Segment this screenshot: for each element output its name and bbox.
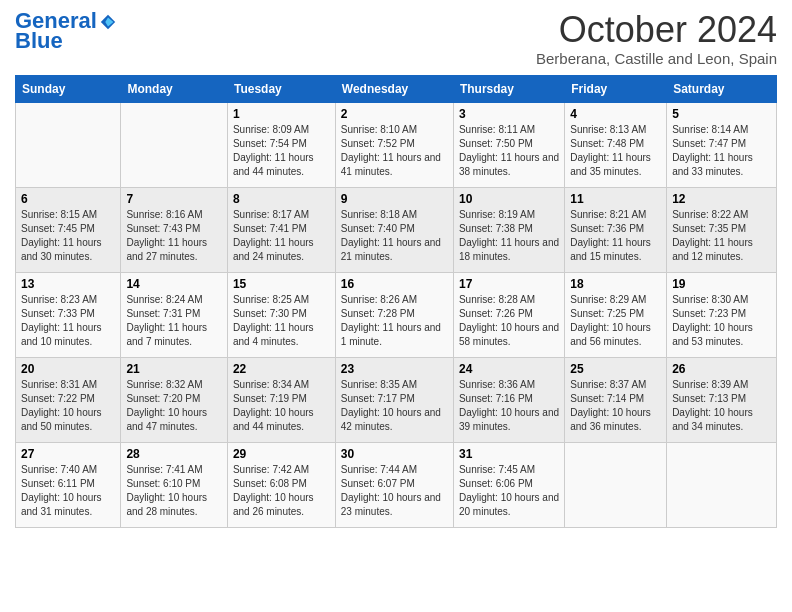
- calendar-cell: 1Sunrise: 8:09 AM Sunset: 7:54 PM Daylig…: [227, 102, 335, 187]
- calendar-cell: 17Sunrise: 8:28 AM Sunset: 7:26 PM Dayli…: [453, 272, 564, 357]
- calendar-cell: 11Sunrise: 8:21 AM Sunset: 7:36 PM Dayli…: [565, 187, 667, 272]
- column-header-thursday: Thursday: [453, 75, 564, 102]
- logo-blue: Blue: [15, 28, 63, 54]
- day-info: Sunrise: 8:28 AM Sunset: 7:26 PM Dayligh…: [459, 293, 559, 349]
- calendar-cell: 25Sunrise: 8:37 AM Sunset: 7:14 PM Dayli…: [565, 357, 667, 442]
- page-subtitle: Berberana, Castille and Leon, Spain: [536, 50, 777, 67]
- day-number: 28: [126, 447, 222, 461]
- week-row-1: 1Sunrise: 8:09 AM Sunset: 7:54 PM Daylig…: [16, 102, 777, 187]
- column-header-saturday: Saturday: [667, 75, 777, 102]
- day-number: 2: [341, 107, 448, 121]
- calendar-cell: 30Sunrise: 7:44 AM Sunset: 6:07 PM Dayli…: [335, 442, 453, 527]
- day-info: Sunrise: 8:37 AM Sunset: 7:14 PM Dayligh…: [570, 378, 661, 434]
- day-info: Sunrise: 8:15 AM Sunset: 7:45 PM Dayligh…: [21, 208, 115, 264]
- day-info: Sunrise: 8:21 AM Sunset: 7:36 PM Dayligh…: [570, 208, 661, 264]
- calendar-cell: 4Sunrise: 8:13 AM Sunset: 7:48 PM Daylig…: [565, 102, 667, 187]
- day-info: Sunrise: 8:32 AM Sunset: 7:20 PM Dayligh…: [126, 378, 222, 434]
- day-number: 29: [233, 447, 330, 461]
- calendar-cell: 26Sunrise: 8:39 AM Sunset: 7:13 PM Dayli…: [667, 357, 777, 442]
- calendar-cell: 16Sunrise: 8:26 AM Sunset: 7:28 PM Dayli…: [335, 272, 453, 357]
- calendar-cell: 22Sunrise: 8:34 AM Sunset: 7:19 PM Dayli…: [227, 357, 335, 442]
- day-info: Sunrise: 8:31 AM Sunset: 7:22 PM Dayligh…: [21, 378, 115, 434]
- week-row-2: 6Sunrise: 8:15 AM Sunset: 7:45 PM Daylig…: [16, 187, 777, 272]
- logo: General Blue: [15, 10, 117, 54]
- calendar-cell: 15Sunrise: 8:25 AM Sunset: 7:30 PM Dayli…: [227, 272, 335, 357]
- day-number: 15: [233, 277, 330, 291]
- day-info: Sunrise: 8:09 AM Sunset: 7:54 PM Dayligh…: [233, 123, 330, 179]
- day-info: Sunrise: 8:34 AM Sunset: 7:19 PM Dayligh…: [233, 378, 330, 434]
- calendar-cell: [16, 102, 121, 187]
- column-header-wednesday: Wednesday: [335, 75, 453, 102]
- calendar-cell: 31Sunrise: 7:45 AM Sunset: 6:06 PM Dayli…: [453, 442, 564, 527]
- day-info: Sunrise: 8:24 AM Sunset: 7:31 PM Dayligh…: [126, 293, 222, 349]
- calendar-cell: 5Sunrise: 8:14 AM Sunset: 7:47 PM Daylig…: [667, 102, 777, 187]
- day-info: Sunrise: 7:42 AM Sunset: 6:08 PM Dayligh…: [233, 463, 330, 519]
- column-header-friday: Friday: [565, 75, 667, 102]
- calendar-cell: 21Sunrise: 8:32 AM Sunset: 7:20 PM Dayli…: [121, 357, 228, 442]
- calendar-cell: 29Sunrise: 7:42 AM Sunset: 6:08 PM Dayli…: [227, 442, 335, 527]
- column-header-sunday: Sunday: [16, 75, 121, 102]
- day-number: 27: [21, 447, 115, 461]
- day-info: Sunrise: 7:45 AM Sunset: 6:06 PM Dayligh…: [459, 463, 559, 519]
- calendar-cell: 13Sunrise: 8:23 AM Sunset: 7:33 PM Dayli…: [16, 272, 121, 357]
- day-number: 6: [21, 192, 115, 206]
- page-title: October 2024: [536, 10, 777, 50]
- calendar-header-row: SundayMondayTuesdayWednesdayThursdayFrid…: [16, 75, 777, 102]
- day-number: 10: [459, 192, 559, 206]
- calendar-cell: 14Sunrise: 8:24 AM Sunset: 7:31 PM Dayli…: [121, 272, 228, 357]
- day-number: 1: [233, 107, 330, 121]
- day-info: Sunrise: 7:41 AM Sunset: 6:10 PM Dayligh…: [126, 463, 222, 519]
- week-row-4: 20Sunrise: 8:31 AM Sunset: 7:22 PM Dayli…: [16, 357, 777, 442]
- calendar-cell: 23Sunrise: 8:35 AM Sunset: 7:17 PM Dayli…: [335, 357, 453, 442]
- day-info: Sunrise: 8:10 AM Sunset: 7:52 PM Dayligh…: [341, 123, 448, 179]
- day-info: Sunrise: 8:16 AM Sunset: 7:43 PM Dayligh…: [126, 208, 222, 264]
- day-number: 18: [570, 277, 661, 291]
- week-row-5: 27Sunrise: 7:40 AM Sunset: 6:11 PM Dayli…: [16, 442, 777, 527]
- day-number: 19: [672, 277, 771, 291]
- calendar-cell: 18Sunrise: 8:29 AM Sunset: 7:25 PM Dayli…: [565, 272, 667, 357]
- column-header-tuesday: Tuesday: [227, 75, 335, 102]
- day-number: 26: [672, 362, 771, 376]
- day-info: Sunrise: 8:22 AM Sunset: 7:35 PM Dayligh…: [672, 208, 771, 264]
- day-info: Sunrise: 8:18 AM Sunset: 7:40 PM Dayligh…: [341, 208, 448, 264]
- day-info: Sunrise: 8:25 AM Sunset: 7:30 PM Dayligh…: [233, 293, 330, 349]
- calendar-body: 1Sunrise: 8:09 AM Sunset: 7:54 PM Daylig…: [16, 102, 777, 527]
- day-number: 17: [459, 277, 559, 291]
- calendar-cell: 12Sunrise: 8:22 AM Sunset: 7:35 PM Dayli…: [667, 187, 777, 272]
- day-info: Sunrise: 8:19 AM Sunset: 7:38 PM Dayligh…: [459, 208, 559, 264]
- day-number: 12: [672, 192, 771, 206]
- day-number: 24: [459, 362, 559, 376]
- day-info: Sunrise: 8:39 AM Sunset: 7:13 PM Dayligh…: [672, 378, 771, 434]
- day-info: Sunrise: 8:36 AM Sunset: 7:16 PM Dayligh…: [459, 378, 559, 434]
- day-number: 21: [126, 362, 222, 376]
- day-number: 23: [341, 362, 448, 376]
- calendar-cell: 28Sunrise: 7:41 AM Sunset: 6:10 PM Dayli…: [121, 442, 228, 527]
- calendar-cell: 9Sunrise: 8:18 AM Sunset: 7:40 PM Daylig…: [335, 187, 453, 272]
- day-info: Sunrise: 8:17 AM Sunset: 7:41 PM Dayligh…: [233, 208, 330, 264]
- calendar-cell: 8Sunrise: 8:17 AM Sunset: 7:41 PM Daylig…: [227, 187, 335, 272]
- calendar-cell: 7Sunrise: 8:16 AM Sunset: 7:43 PM Daylig…: [121, 187, 228, 272]
- calendar-cell: 3Sunrise: 8:11 AM Sunset: 7:50 PM Daylig…: [453, 102, 564, 187]
- calendar-cell: 24Sunrise: 8:36 AM Sunset: 7:16 PM Dayli…: [453, 357, 564, 442]
- calendar-table: SundayMondayTuesdayWednesdayThursdayFrid…: [15, 75, 777, 528]
- day-number: 13: [21, 277, 115, 291]
- day-info: Sunrise: 8:26 AM Sunset: 7:28 PM Dayligh…: [341, 293, 448, 349]
- day-number: 3: [459, 107, 559, 121]
- day-info: Sunrise: 8:29 AM Sunset: 7:25 PM Dayligh…: [570, 293, 661, 349]
- day-info: Sunrise: 8:14 AM Sunset: 7:47 PM Dayligh…: [672, 123, 771, 179]
- day-info: Sunrise: 8:11 AM Sunset: 7:50 PM Dayligh…: [459, 123, 559, 179]
- day-number: 7: [126, 192, 222, 206]
- day-number: 31: [459, 447, 559, 461]
- calendar-cell: 6Sunrise: 8:15 AM Sunset: 7:45 PM Daylig…: [16, 187, 121, 272]
- day-info: Sunrise: 7:44 AM Sunset: 6:07 PM Dayligh…: [341, 463, 448, 519]
- calendar-cell: 19Sunrise: 8:30 AM Sunset: 7:23 PM Dayli…: [667, 272, 777, 357]
- day-info: Sunrise: 7:40 AM Sunset: 6:11 PM Dayligh…: [21, 463, 115, 519]
- calendar-cell: [667, 442, 777, 527]
- calendar-cell: [565, 442, 667, 527]
- day-number: 4: [570, 107, 661, 121]
- title-block: October 2024 Berberana, Castille and Leo…: [536, 10, 777, 67]
- day-number: 5: [672, 107, 771, 121]
- calendar-cell: 2Sunrise: 8:10 AM Sunset: 7:52 PM Daylig…: [335, 102, 453, 187]
- week-row-3: 13Sunrise: 8:23 AM Sunset: 7:33 PM Dayli…: [16, 272, 777, 357]
- day-number: 8: [233, 192, 330, 206]
